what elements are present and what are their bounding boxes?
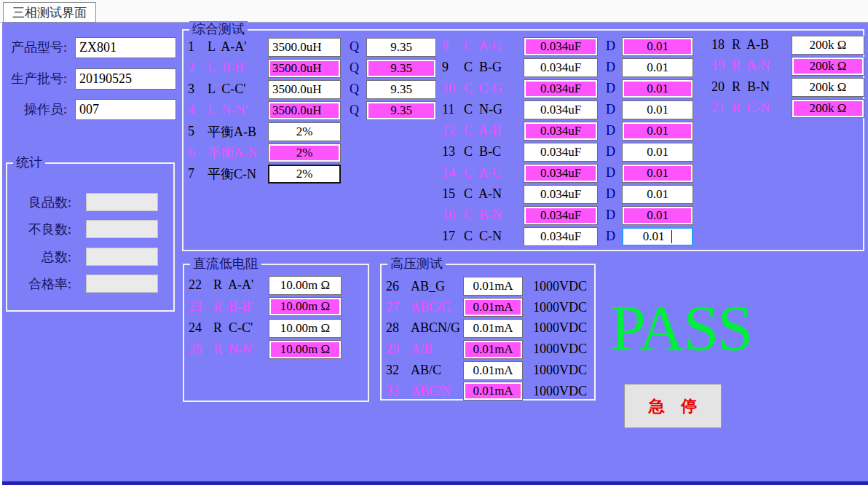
value-box[interactable]: 0.034uF	[524, 206, 598, 225]
row-number: 26	[386, 279, 411, 294]
value-box[interactable]: 0.01mA	[463, 319, 523, 338]
product-model-input[interactable]: ZX801	[75, 37, 176, 58]
value-box[interactable]: 3500.0uH	[268, 38, 341, 57]
value-box[interactable]: 10.00m Ω	[269, 276, 342, 295]
value-box[interactable]: 10.00m Ω	[269, 340, 342, 359]
row-number: 19	[711, 58, 732, 74]
value-box[interactable]: 0.01mA	[463, 382, 523, 401]
row-label: AB_G	[411, 279, 463, 294]
row-number: 1	[188, 39, 208, 55]
value-box[interactable]: 3500.0uH	[268, 101, 341, 120]
emergency-stop-button[interactable]: 急 停	[624, 384, 722, 428]
d-value-box[interactable]: 0.01	[622, 122, 693, 141]
voltage-suffix: 1000VDC	[533, 279, 587, 294]
text-cursor	[671, 230, 672, 243]
row-label: R A-B	[732, 37, 792, 52]
value-box[interactable]: 200k Ω	[792, 36, 864, 55]
row-number: 15	[442, 186, 464, 202]
field-row-batch-number: 生产批号: 20190525	[0, 68, 67, 90]
value-box[interactable]: 0.034uF	[524, 143, 598, 162]
value-box[interactable]: 0.034uF	[524, 79, 598, 98]
value-box[interactable]: 0.01mA	[463, 340, 523, 359]
q-value-box[interactable]: 9.35	[366, 80, 436, 99]
voltage-suffix: 1000VDC	[533, 384, 587, 399]
operator-input[interactable]: 007	[75, 99, 176, 120]
value-box[interactable]: 2%	[268, 165, 341, 184]
d-label: D	[606, 60, 622, 75]
q-value-box[interactable]: 9.35	[366, 59, 436, 78]
test-row: 23R B-B'10.00m Ω	[189, 296, 342, 318]
value-box[interactable]: 0.034uF	[524, 122, 598, 141]
test-row: 33ABC/N0.01mA1000VDC	[386, 381, 587, 402]
operator-label: 操作员:	[0, 100, 67, 118]
value-box[interactable]: 2%	[268, 122, 341, 141]
value-box[interactable]: 200k Ω	[792, 57, 864, 76]
test-row: 27ABC/G0.01mA1000VDC	[386, 297, 587, 318]
row-label: R A-A'	[213, 277, 269, 293]
q-value-box[interactable]: 9.35	[366, 101, 436, 120]
dc-low-resistance-group: 直流低电阻 22R A-A'10.00m Ω23R B-B'10.00m Ω24…	[183, 264, 369, 402]
test-row: 21R C-N200k Ω	[711, 98, 864, 119]
value-box[interactable]: 200k Ω	[792, 99, 864, 118]
tab-three-phase-test[interactable]: 三相测试界面	[3, 2, 96, 23]
value-box[interactable]: 10.00m Ω	[269, 297, 342, 316]
row-label: L B-B'	[208, 60, 268, 76]
d-value-box[interactable]: 0.01	[622, 100, 693, 119]
d-value-box[interactable]: 0.01	[622, 37, 693, 56]
stat-label: 不良数:	[13, 221, 71, 238]
test-row: 24R C-C'10.00m Ω	[189, 318, 342, 339]
row-label: R C-N	[732, 100, 792, 116]
value-box[interactable]: 2%	[268, 143, 341, 162]
test-row: 7平衡C-N2%	[188, 163, 436, 184]
value-box[interactable]: 3500.0uH	[268, 59, 341, 78]
panel-bottom-edge	[2, 481, 868, 485]
row-number: 6	[188, 145, 208, 160]
stat-value-box	[86, 220, 158, 238]
group-title: 高压测试	[387, 256, 446, 272]
row-label: L C-C'	[208, 82, 268, 97]
value-box[interactable]: 0.01mA	[463, 361, 523, 380]
d-label: D	[606, 186, 622, 202]
d-value-box[interactable]: 0.01	[622, 58, 693, 77]
row-number: 22	[189, 277, 213, 293]
test-row: 25R N-N'10.00m Ω	[189, 339, 342, 361]
value-box[interactable]: 0.034uF	[524, 227, 598, 246]
value-box[interactable]: 0.034uF	[524, 37, 598, 56]
q-label: Q	[350, 39, 366, 55]
value-box[interactable]: 0.034uF	[524, 58, 598, 77]
d-value-box[interactable]: 0.01	[622, 227, 693, 246]
value-box[interactable]: 0.034uF	[524, 185, 598, 204]
comprehensive-column-3: 18R A-B200k Ω19R A-N200k Ω20R B-N200k Ω2…	[711, 34, 864, 119]
row-number: 27	[386, 300, 411, 315]
test-row: 28ABCN/G0.01mA1000VDC	[386, 318, 587, 339]
value-box[interactable]: 0.01mA	[463, 298, 523, 317]
row-label: R C-C'	[213, 320, 269, 336]
value-box[interactable]: 0.034uF	[524, 164, 598, 183]
batch-number-input[interactable]: 20190525	[75, 68, 176, 90]
stat-value-box	[86, 193, 158, 211]
d-value-box[interactable]: 0.01	[622, 143, 693, 162]
d-value-box[interactable]: 0.01	[622, 185, 693, 204]
d-value-box[interactable]: 0.01	[622, 79, 693, 98]
test-row: 11C N-G0.034uFD0.01	[442, 99, 693, 120]
test-row: 14C A-C0.034uFD0.01	[442, 162, 693, 184]
value-box[interactable]: 0.034uF	[524, 100, 598, 119]
value-box[interactable]: 10.00m Ω	[269, 319, 342, 338]
row-label: 平衡A-N	[208, 144, 268, 162]
value-box[interactable]: 3500.0uH	[268, 80, 341, 99]
row-number: 29	[386, 342, 411, 357]
batch-number-label: 生产批号:	[0, 70, 67, 87]
test-row: 2L B-B'3500.0uHQ9.35	[188, 58, 436, 79]
value-box[interactable]: 200k Ω	[792, 78, 864, 97]
value-box[interactable]: 0.01mA	[463, 277, 523, 296]
d-value-box[interactable]: 0.01	[622, 164, 693, 183]
d-value-box[interactable]: 0.01	[622, 206, 693, 225]
pass-result-text: PASS	[610, 292, 751, 365]
d-label: D	[606, 39, 622, 54]
test-row: 17C C-N0.034uFD0.01	[442, 226, 693, 247]
comprehensive-test-group: 综合测试 1L A-A'3500.0uHQ9.352L B-B'3500.0uH…	[182, 29, 864, 251]
row-label: C B-G	[464, 60, 524, 75]
q-value-box[interactable]: 9.35	[366, 38, 436, 57]
field-row-product-model: 产品型号: ZX801	[0, 36, 67, 58]
test-row: 15C A-N0.034uFD0.01	[442, 184, 693, 205]
